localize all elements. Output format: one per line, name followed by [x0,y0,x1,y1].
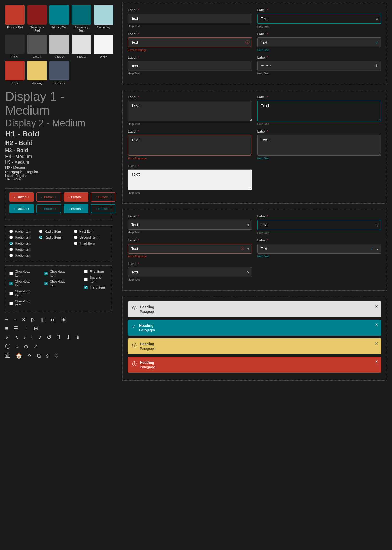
heart-icon[interactable]: ♡ [54,353,59,359]
radio-input[interactable] [74,242,77,245]
radio-input[interactable] [74,236,77,239]
play-icon[interactable]: ▷ [31,316,35,323]
checkbox-item[interactable]: Checkbox Item [44,270,71,277]
checkbox-item[interactable]: Checkbox Item [9,299,36,307]
alert-close-button[interactable]: ✕ [375,304,378,309]
radio-item[interactable]: Third Item [74,241,98,245]
chevron-right-icon[interactable]: › [24,334,26,340]
check-icon[interactable]: ✓ [5,334,10,340]
button-outline-teal-2[interactable]: ‹ Button › [91,204,115,213]
button-outline-red-filled-1[interactable]: ‹ Button › [64,192,88,202]
select-single[interactable]: Text [128,267,252,277]
radio-input[interactable] [9,248,13,251]
text-input-success[interactable] [257,38,382,47]
radio-item[interactable]: Radio Item [9,241,31,245]
radio-input[interactable] [9,230,13,233]
text-input-active[interactable] [257,14,382,24]
checkbox-input[interactable] [84,270,88,273]
minus-icon[interactable]: − [14,317,17,323]
check-circle-icon[interactable]: ✓ [34,343,38,350]
checkbox-label: Checkbox Item [15,289,36,297]
export-icon[interactable]: ⎋ [46,353,49,359]
radio-item[interactable]: First Item [74,229,98,233]
textarea-error[interactable]: Text [128,135,252,156]
refresh-icon[interactable]: ↺ [47,334,51,340]
select-active[interactable]: Text [257,220,382,230]
sort-icon[interactable]: ⇅ [57,334,61,340]
alert-close-button[interactable]: ✕ [375,341,378,346]
radio-item[interactable]: Radio Item [9,247,31,251]
upload-icon[interactable]: ⬆ [76,334,80,340]
radio-item[interactable]: Radio Item [9,253,31,257]
radio-input[interactable] [39,236,42,239]
download-icon[interactable]: ⬇ [66,334,71,340]
chevron-down-icon[interactable]: ∨ [38,334,42,340]
select-error[interactable]: Text [128,244,252,254]
target-icon[interactable]: ⊙ [24,343,28,350]
button-primary-red-1[interactable]: ‹ Button › [9,192,34,202]
menu-icon[interactable]: ☰ [14,325,18,332]
checkbox-item[interactable]: Third Item [84,285,108,289]
alert-close-button[interactable]: ✕ [375,359,378,364]
button-outline-red-2[interactable]: ‹ Button › [91,192,115,202]
checkbox-input[interactable] [44,282,48,285]
radio-item[interactable]: Radio Item [9,229,31,233]
grid-apps-icon[interactable]: ⊞ [34,325,38,332]
checkbox-item[interactable]: Checkbox Item [9,279,36,287]
home-icon[interactable]: 🏠 [16,353,22,359]
button-primary-teal-1[interactable]: ‹ Button › [9,204,34,213]
checkbox-input[interactable] [9,292,13,295]
eye-icon[interactable]: 👁 [375,64,379,68]
radio-input[interactable] [9,242,13,245]
radio-item[interactable]: Radio Item [39,235,61,239]
skip-back-icon[interactable]: ⏮ [61,317,66,323]
alert-close-button[interactable]: ✕ [375,322,378,327]
clear-icon[interactable]: ✕ [375,16,379,21]
textarea-default2[interactable]: Text [257,135,382,156]
checkbox-item[interactable]: Second Item [84,276,108,283]
checkbox-input[interactable] [44,272,48,275]
plus-icon[interactable]: + [5,317,8,323]
checkbox-item[interactable]: Checkbox Item [9,270,36,277]
checkbox-input[interactable] [9,272,13,275]
select-success[interactable]: Text [257,244,382,254]
radio-input[interactable] [39,230,42,233]
button-outline-red-1[interactable]: ‹ Button › [36,192,61,202]
circle-icon[interactable]: ○ [16,343,19,349]
textarea-active[interactable]: Text [257,101,382,121]
button-outline-teal-1[interactable]: ‹ Button › [36,204,61,213]
radio-item[interactable]: Radio Item [9,235,31,239]
radio-input[interactable] [9,236,13,239]
checkbox-item[interactable]: Checkbox Item [9,289,36,297]
close-icon[interactable]: ✕ [22,316,26,323]
textarea-default[interactable]: Text [128,101,252,121]
checkbox-input[interactable] [84,286,88,289]
select-default[interactable]: Text [128,220,252,230]
skip-forward-icon[interactable]: ⏭ [51,317,56,323]
text-input-default[interactable] [128,14,252,23]
checkbox-item[interactable]: First Item [84,270,108,273]
checkbox-item[interactable]: Checkbox Item [44,279,71,287]
more-vertical-icon[interactable]: ⋮ [23,325,29,332]
checkbox-input[interactable] [84,278,88,281]
chevron-up-icon[interactable]: ∧ [15,334,19,340]
textarea-disabled[interactable]: Text [128,169,252,190]
edit-icon[interactable]: ✎ [27,353,32,359]
radio-item[interactable]: Second Item [74,235,98,239]
list-icon[interactable]: ≡ [5,326,8,332]
building-icon[interactable]: 🏛 [5,353,10,359]
text-input-plain[interactable] [128,61,252,71]
password-input[interactable] [257,61,382,71]
text-input-error[interactable] [128,38,252,47]
copy-icon[interactable]: ⧉ [37,353,41,359]
checkbox-input[interactable] [9,282,13,285]
radio-input[interactable] [9,254,13,257]
checkbox-input[interactable] [9,302,13,305]
radio-input[interactable] [74,230,77,233]
grid-icon[interactable]: ▥ [40,316,45,323]
radio-item[interactable]: Radio Item [39,229,61,233]
info-circle-icon[interactable]: ⓘ [5,343,10,350]
chevron-left-icon[interactable]: ‹ [31,334,33,340]
button-teal-filled-1[interactable]: ‹ Button › [64,204,88,213]
input-label: Label * [257,8,382,12]
